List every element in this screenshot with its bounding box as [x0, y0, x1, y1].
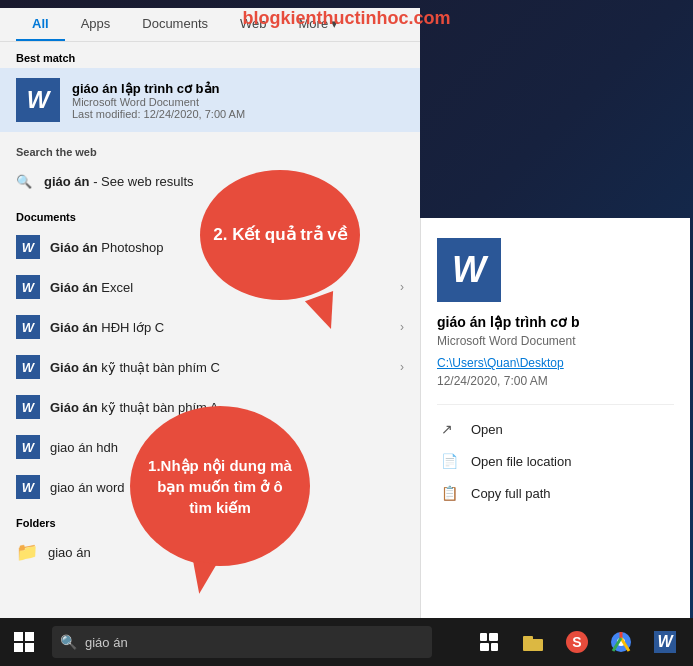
tab-all[interactable]: All: [16, 8, 65, 41]
tab-web[interactable]: Web: [224, 8, 283, 41]
word-doc-icon-2: W: [16, 275, 40, 299]
search-web-query: giáo án - See web results: [44, 174, 194, 189]
word-taskbar-icon[interactable]: W: [645, 622, 685, 662]
chevron-right-icon-2: ›: [400, 320, 404, 334]
open-icon: ↗: [441, 421, 461, 437]
best-match-item[interactable]: W giáo án lập trình cơ bản Microsoft Wor…: [0, 68, 420, 132]
doc-label-hdh: Giáo án HĐH lớp C: [50, 320, 164, 335]
doc-label-banphim-c: Giáo án kỹ thuật bàn phím C: [50, 360, 220, 375]
search-web-label: Search the web: [0, 136, 420, 162]
best-match-title: giáo án lập trình cơ bản: [72, 81, 245, 96]
word-doc-icon-5: W: [16, 395, 40, 419]
open-action[interactable]: ↗ Open: [437, 413, 674, 445]
word-doc-icon-6: W: [16, 435, 40, 459]
taskbar-search-input[interactable]: [85, 635, 424, 650]
open-file-location-label: Open file location: [471, 454, 571, 469]
chevron-down-icon: ▾: [331, 16, 338, 31]
search-web-item[interactable]: 🔍 giáo án - See web results: [0, 168, 420, 195]
divider: [437, 404, 674, 405]
search-icon: 🔍: [16, 174, 32, 189]
doc-item-hdh[interactable]: W Giáo án HĐH lớp C ›: [0, 307, 420, 347]
doc-item-banphim-c[interactable]: W Giáo án kỹ thuật bàn phím C ›: [0, 347, 420, 387]
taskbar-icons: S W: [469, 622, 693, 662]
chevron-right-icon: ›: [400, 280, 404, 294]
copy-full-path-label: Copy full path: [471, 486, 551, 501]
tab-more-label: More: [299, 16, 329, 31]
svg-rect-1: [489, 633, 498, 641]
svg-rect-2: [480, 643, 489, 651]
slimjet-icon[interactable]: S: [557, 622, 597, 662]
right-panel-subtitle: Microsoft Word Document: [437, 334, 674, 348]
annotation-bubble-2: 2. Kết quả trả về: [200, 170, 360, 300]
file-explorer-icon[interactable]: [513, 622, 553, 662]
svg-rect-5: [523, 636, 533, 641]
right-panel-path[interactable]: C:\Users\Quan\Desktop: [437, 356, 674, 370]
tab-apps[interactable]: Apps: [65, 8, 127, 41]
best-match-modified: Last modified: 12/24/2020, 7:00 AM: [72, 108, 245, 120]
doc-item-excel[interactable]: W Giáo án Excel ›: [0, 267, 420, 307]
svg-rect-0: [480, 633, 487, 641]
doc-label-excel: Giáo án Excel: [50, 280, 133, 295]
chrome-icon[interactable]: [601, 622, 641, 662]
open-file-location-action[interactable]: 📄 Open file location: [437, 445, 674, 477]
tab-bar: All Apps Documents Web More ▾: [0, 8, 420, 42]
tab-more[interactable]: More ▾: [283, 8, 355, 41]
search-magnifier-icon: 🔍: [60, 634, 77, 650]
taskbar: 🔍 S: [0, 618, 693, 666]
tab-documents[interactable]: Documents: [126, 8, 224, 41]
word-doc-icon-3: W: [16, 315, 40, 339]
folder-icon: 📁: [16, 541, 38, 563]
taskbar-search-box[interactable]: 🔍: [52, 626, 432, 658]
word-doc-icon: W: [16, 235, 40, 259]
doc-label-word: giao án word: [50, 480, 124, 495]
word-doc-icon-4: W: [16, 355, 40, 379]
desktop: blogkienthuctinhoc.com All Apps Document…: [0, 0, 693, 666]
chevron-right-icon-3: ›: [400, 360, 404, 374]
task-view-icon[interactable]: [469, 622, 509, 662]
word-icon: W: [16, 78, 60, 122]
open-label: Open: [471, 422, 503, 437]
doc-label: Giáo án Photoshop: [50, 240, 163, 255]
word-doc-icon-7: W: [16, 475, 40, 499]
best-match-info: giáo án lập trình cơ bản Microsoft Word …: [72, 81, 245, 120]
best-match-subtitle: Microsoft Word Document: [72, 96, 245, 108]
start-button[interactable]: [0, 618, 48, 666]
right-panel-modified: 12/24/2020, 7:00 AM: [437, 374, 674, 388]
windows-icon: [14, 632, 34, 652]
svg-rect-3: [491, 643, 498, 651]
doc-label-hdh2: giao án hdh: [50, 440, 118, 455]
file-location-icon: 📄: [441, 453, 461, 469]
annotation-bubble-1: 1.Nhập nội dung mà bạn muốn tìm ở ô tìm …: [130, 406, 310, 566]
right-panel-word-icon: W: [437, 238, 501, 302]
best-match-label: Best match: [0, 42, 420, 68]
copy-full-path-action[interactable]: 📋 Copy full path: [437, 477, 674, 509]
right-panel-title: giáo án lập trình cơ b: [437, 314, 674, 330]
right-panel: W giáo án lập trình cơ b Microsoft Word …: [420, 218, 690, 618]
folder-name: giao án: [48, 545, 91, 560]
search-web-section: 🔍 giáo án - See web results: [0, 162, 420, 201]
copy-icon: 📋: [441, 485, 461, 501]
